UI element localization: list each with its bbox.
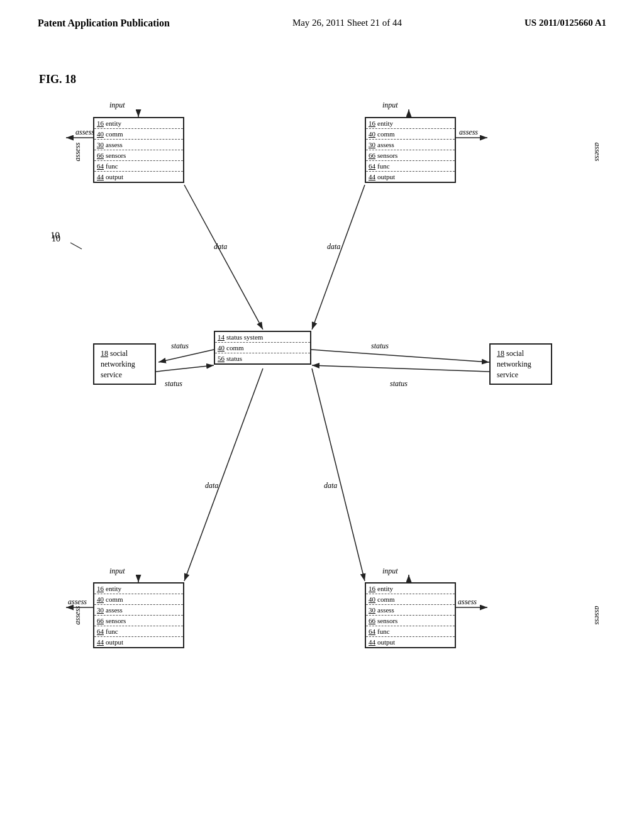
entity-box-top-left: 16entity 40comm 30assess 66sensors 64fun… bbox=[93, 117, 184, 183]
row-assess: 30assess bbox=[94, 140, 183, 150]
row-func: 64func bbox=[366, 161, 455, 172]
svg-text:assess: assess bbox=[459, 128, 478, 136]
row-comm: 40comm bbox=[366, 594, 455, 605]
entity-box-top-right: 16entity 40comm 30assess 66sensors 64fun… bbox=[365, 117, 456, 183]
row-output: 44output bbox=[366, 172, 455, 182]
svg-text:assess: assess bbox=[68, 597, 87, 606]
svg-line-20 bbox=[312, 365, 489, 372]
sns-box-left: 18 socialnetworkingservice bbox=[93, 343, 156, 385]
system-ref-num: 10 bbox=[50, 230, 60, 240]
row-func: 64func bbox=[366, 626, 455, 637]
system-ref: 10 bbox=[50, 230, 60, 241]
svg-text:input: input bbox=[382, 567, 398, 575]
assess-label-top-right: assess bbox=[592, 143, 601, 162]
svg-line-14 bbox=[158, 350, 214, 362]
svg-text:assess: assess bbox=[458, 597, 477, 606]
row-sensors: 66sensors bbox=[94, 150, 183, 161]
row-func: 64func bbox=[94, 161, 183, 172]
row-assess: 30assess bbox=[366, 140, 455, 150]
row-assess: 30assess bbox=[94, 605, 183, 616]
svg-text:assess: assess bbox=[75, 128, 94, 136]
page-header: Patent Application Publication May 26, 2… bbox=[0, 0, 644, 29]
assess-label-bottom-left: assess bbox=[73, 606, 82, 625]
diagram-area: FIG. 18 10 16entity 40comm 30assess 66se… bbox=[0, 35, 644, 802]
row-comm: 40comm bbox=[94, 129, 183, 140]
row-entity: 16entity bbox=[94, 118, 183, 129]
svg-line-28 bbox=[312, 368, 365, 581]
status-system-box: 14status system 40comm 56status bbox=[214, 331, 311, 365]
header-right: US 2011/0125660 A1 bbox=[525, 18, 606, 28]
row-output: 44output bbox=[366, 637, 455, 647]
row-entity: 16entity bbox=[366, 118, 455, 129]
header-left: Patent Application Publication bbox=[38, 18, 170, 29]
svg-text:data: data bbox=[205, 481, 218, 490]
svg-text:status: status bbox=[390, 379, 408, 388]
svg-text:status: status bbox=[165, 379, 182, 388]
svg-text:data: data bbox=[214, 242, 227, 251]
row-status: 56status bbox=[215, 353, 310, 363]
svg-line-26 bbox=[184, 368, 263, 581]
svg-text:data: data bbox=[327, 242, 340, 251]
assess-label-top-left: assess bbox=[73, 143, 82, 162]
svg-line-34 bbox=[70, 243, 82, 249]
row-entity: 16entity bbox=[94, 584, 183, 594]
row-output: 44output bbox=[94, 172, 183, 182]
row-sensors: 66sensors bbox=[94, 616, 183, 626]
row-status-system: 14status system bbox=[215, 332, 310, 343]
assess-label-bottom-right: assess bbox=[592, 606, 601, 625]
row-sensors: 66sensors bbox=[366, 616, 455, 626]
entity-box-bottom-right: 16entity 40comm 30assess 66sensors 64fun… bbox=[365, 582, 456, 648]
svg-line-18 bbox=[156, 365, 214, 372]
row-comm: 40comm bbox=[94, 594, 183, 605]
row-assess: 30assess bbox=[366, 605, 455, 616]
row-comm: 40comm bbox=[366, 129, 455, 140]
row-func: 64func bbox=[94, 626, 183, 637]
row-entity: 16entity bbox=[366, 584, 455, 594]
svg-text:input: input bbox=[382, 101, 398, 109]
header-center: May 26, 2011 Sheet 21 of 44 bbox=[292, 18, 402, 28]
svg-text:status: status bbox=[171, 341, 189, 350]
svg-text:input: input bbox=[109, 567, 125, 575]
svg-line-12 bbox=[312, 185, 365, 329]
svg-text:status: status bbox=[371, 341, 389, 350]
svg-text:input: input bbox=[109, 101, 125, 109]
row-comm: 40comm bbox=[215, 343, 310, 353]
svg-line-10 bbox=[184, 185, 263, 329]
row-output: 44output bbox=[94, 637, 183, 647]
sns-box-right: 18 socialnetworkingservice bbox=[489, 343, 552, 385]
entity-box-bottom-left: 16entity 40comm 30assess 66sensors 64fun… bbox=[93, 582, 184, 648]
svg-text:data: data bbox=[324, 481, 337, 490]
row-sensors: 66sensors bbox=[366, 150, 455, 161]
fig-label: FIG. 18 bbox=[39, 73, 76, 86]
svg-line-16 bbox=[311, 350, 489, 362]
